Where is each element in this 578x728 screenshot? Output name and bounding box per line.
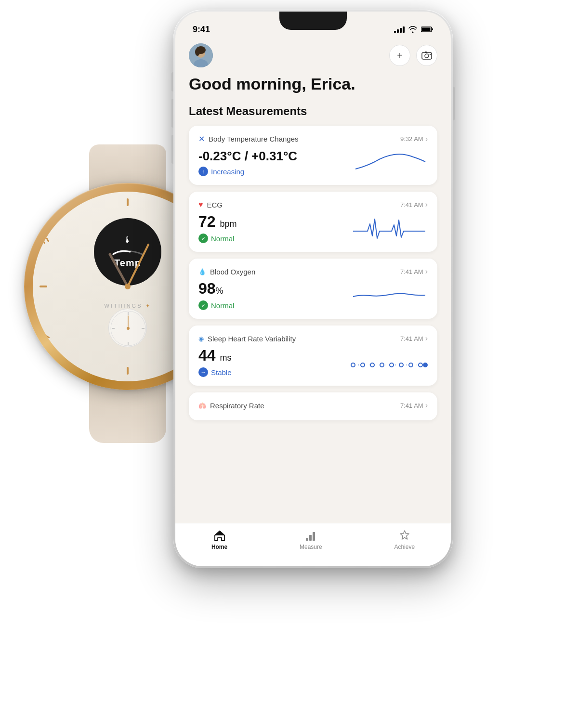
ecg-status: ✓ Normal bbox=[198, 234, 237, 243]
blood-oxygen-chart bbox=[351, 281, 428, 310]
svg-point-41 bbox=[409, 363, 413, 367]
svg-rect-30 bbox=[422, 52, 432, 59]
hrv-card[interactable]: ◉ Sleep Heart Rate Variability 7:41 AM ›… bbox=[189, 325, 437, 386]
svg-marker-47 bbox=[400, 531, 409, 539]
body-temp-value: -0.23°C / +0.31°C bbox=[198, 149, 297, 164]
volume-down-button bbox=[171, 135, 173, 164]
svg-line-20 bbox=[128, 245, 148, 286]
hrv-value: 44 ms bbox=[198, 347, 232, 364]
hrv-time: 7:41 AM › bbox=[400, 334, 428, 343]
blood-oxygen-value: 98% bbox=[198, 280, 234, 298]
hrv-title: Sleep Heart Rate Variability bbox=[208, 335, 296, 343]
nav-achieve[interactable]: Achieve bbox=[394, 529, 415, 550]
body-temp-chart bbox=[351, 147, 428, 176]
blood-oxygen-icon: 💧 bbox=[198, 268, 206, 275]
nav-achieve-label: Achieve bbox=[394, 544, 415, 550]
svg-point-35 bbox=[351, 363, 355, 367]
mute-button bbox=[171, 72, 173, 91]
svg-rect-23 bbox=[432, 28, 434, 30]
chevron-icon: › bbox=[425, 401, 428, 410]
status-check-icon: ✓ bbox=[198, 300, 208, 310]
hrv-icon: ◉ bbox=[198, 335, 204, 342]
measure-icon bbox=[304, 529, 317, 542]
respiratory-icon: 🫁 bbox=[198, 402, 206, 409]
section-title: Latest Measurements bbox=[189, 104, 437, 118]
chevron-icon: › bbox=[425, 334, 428, 343]
nav-home-label: Home bbox=[211, 544, 227, 550]
nav-measure[interactable]: Measure bbox=[300, 529, 322, 550]
signal-icon bbox=[394, 26, 405, 33]
body-temp-time: 9:32 AM › bbox=[400, 135, 428, 143]
ecg-icon: ♥ bbox=[198, 200, 203, 209]
camera-icon bbox=[421, 51, 432, 60]
avatar[interactable] bbox=[189, 43, 213, 67]
power-button bbox=[453, 87, 455, 120]
svg-point-40 bbox=[399, 363, 403, 367]
volume-up-button bbox=[171, 99, 173, 128]
chevron-icon: › bbox=[425, 135, 428, 143]
body-temp-card[interactable]: ✕ Body Temperature Changes 9:32 AM › -0.… bbox=[189, 126, 437, 185]
nav-measure-label: Measure bbox=[300, 544, 322, 550]
phone: 9:41 bbox=[173, 10, 453, 568]
header-actions: + bbox=[389, 45, 437, 66]
status-icons bbox=[394, 26, 434, 33]
svg-rect-46 bbox=[313, 532, 315, 541]
svg-point-21 bbox=[125, 284, 131, 289]
svg-rect-24 bbox=[422, 28, 431, 31]
svg-rect-32 bbox=[425, 52, 427, 53]
status-time: 9:41 bbox=[193, 25, 210, 35]
status-dot-icon: ↑ bbox=[198, 167, 208, 176]
body-temp-title: Body Temperature Changes bbox=[209, 135, 299, 143]
camera-button[interactable] bbox=[416, 45, 437, 66]
respiratory-time: 7:41 AM › bbox=[400, 401, 428, 410]
add-button[interactable]: + bbox=[389, 45, 410, 66]
notch bbox=[279, 12, 347, 30]
hrv-status: → Stable bbox=[198, 367, 232, 377]
svg-rect-45 bbox=[309, 535, 312, 541]
respiratory-card[interactable]: 🫁 Respiratory Rate 7:41 AM › bbox=[189, 392, 437, 420]
home-icon bbox=[213, 529, 226, 542]
svg-point-38 bbox=[380, 363, 384, 367]
svg-point-43 bbox=[423, 363, 427, 367]
ecg-title: ECG bbox=[207, 201, 223, 209]
wifi-icon bbox=[408, 26, 417, 33]
blood-oxygen-title: Blood Oxygen bbox=[210, 268, 255, 276]
ecg-chart bbox=[351, 214, 428, 243]
status-dot-icon: → bbox=[198, 367, 208, 377]
body-temp-status: ↑ Increasing bbox=[198, 167, 297, 176]
svg-point-31 bbox=[425, 54, 429, 58]
ecg-card[interactable]: ♥ ECG 7:41 AM › 72 bpm ✓ bbox=[189, 192, 437, 252]
achieve-icon bbox=[398, 529, 411, 542]
svg-rect-44 bbox=[306, 538, 308, 541]
svg-point-42 bbox=[419, 363, 422, 367]
svg-point-29 bbox=[195, 48, 200, 56]
chevron-icon: › bbox=[425, 267, 428, 276]
battery-icon bbox=[421, 26, 434, 33]
hrv-chart bbox=[351, 348, 428, 377]
svg-point-36 bbox=[361, 363, 365, 367]
blood-oxygen-card[interactable]: 💧 Blood Oxygen 7:41 AM › 98% ✓ bbox=[189, 259, 437, 319]
status-check-icon: ✓ bbox=[198, 234, 208, 243]
blood-oxygen-time: 7:41 AM › bbox=[400, 267, 428, 276]
greeting-text: Good morning, Erica. bbox=[189, 75, 437, 93]
svg-line-19 bbox=[110, 254, 128, 286]
nav-home[interactable]: Home bbox=[211, 529, 227, 550]
app-content: + Good morning, Erica. bbox=[175, 39, 451, 523]
blood-oxygen-status: ✓ Normal bbox=[198, 300, 234, 310]
svg-point-39 bbox=[390, 363, 394, 367]
respiratory-title: Respiratory Rate bbox=[210, 402, 264, 410]
chevron-icon: › bbox=[425, 200, 428, 209]
body-temp-icon: ✕ bbox=[198, 134, 205, 143]
bottom-nav: Home Measure Achieve bbox=[175, 523, 451, 566]
ecg-time: 7:41 AM › bbox=[400, 200, 428, 209]
svg-point-33 bbox=[430, 54, 431, 55]
ecg-value: 72 bpm bbox=[198, 213, 237, 231]
svg-point-37 bbox=[370, 363, 374, 367]
app-header: + bbox=[189, 43, 437, 67]
